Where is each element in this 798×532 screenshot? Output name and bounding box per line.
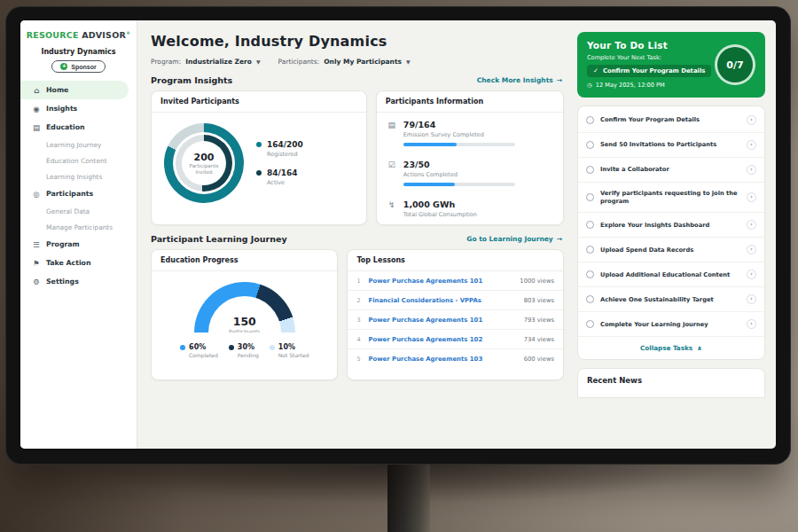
task-row-verify-participants[interactable]: Verify participants requesting to join t… xyxy=(578,183,764,213)
education-gauge-chart: 150 Participants xyxy=(194,282,295,332)
clock-icon: ◷ xyxy=(587,82,592,89)
task-checkbox[interactable] xyxy=(586,193,594,201)
background-photo: RESOURCE ADVISOR+ Industry Dynamics + Sp… xyxy=(0,0,798,532)
task-row-confirm-program[interactable]: Confirm Your Program Details › xyxy=(578,108,764,133)
energy-icon: ↯ xyxy=(387,200,396,209)
lesson-row[interactable]: 4 Power Purchase Agreements 102 734 view… xyxy=(348,330,563,349)
chevron-right-icon[interactable]: › xyxy=(747,270,756,279)
stat-global-consumption: ↯ 1,000 GWh Total Global Consumption xyxy=(377,192,563,224)
legend-item-completed: 60% Completed xyxy=(180,343,218,358)
participants-filter-label: Participants: xyxy=(278,58,320,66)
learning-cards-row: Education Progress 150 Participants xyxy=(151,249,564,380)
task-row-upload-educational-content[interactable]: Upload Additional Educational Content › xyxy=(578,262,764,287)
stat-emission-survey: ▤ 79/164 Emission Survey Completed xyxy=(377,113,563,153)
chevron-right-icon[interactable]: › xyxy=(747,192,756,202)
stat-actions-completed: ☑ 23/50 Actions Completed xyxy=(377,153,563,192)
todo-summary-card: Your To Do List Complete Your Next Task:… xyxy=(577,32,765,98)
check-icon: ✓ xyxy=(593,67,598,74)
insights-cards-row: Invited Participants 200 Participants In… xyxy=(151,90,564,225)
invited-donut-chart: 200 Participants Invited xyxy=(164,123,244,203)
arrow-right-icon: → xyxy=(557,235,562,243)
legend-dot xyxy=(256,170,262,176)
recent-news-card[interactable]: Recent News xyxy=(577,368,765,398)
legend-item-pending: 30% Pending xyxy=(229,343,259,358)
arrow-right-icon: → xyxy=(557,76,562,84)
donut-chart-area: 200 Participants Invited 164/200 Registe xyxy=(152,113,366,214)
task-checkbox[interactable] xyxy=(586,295,594,303)
task-checkbox[interactable] xyxy=(586,270,594,278)
task-row-invite-collaborator[interactable]: Invite a Collaborator › xyxy=(578,158,764,183)
lesson-row[interactable]: 1 Power Purchase Agreements 101 1000 vie… xyxy=(348,271,563,291)
program-icon: ☰ xyxy=(32,240,41,249)
org-name: Industry Dynamics xyxy=(20,48,137,56)
lesson-link[interactable]: Financial Considerations - VPPAs xyxy=(368,297,517,304)
sidebar-item-general-data[interactable]: General Data xyxy=(20,203,137,219)
task-checkbox[interactable] xyxy=(586,166,594,174)
sidebar-item-education[interactable]: ▤ Education xyxy=(20,118,137,137)
chevron-down-icon: ▼ xyxy=(406,59,411,65)
main-content: Welcome, Industry Dynamics Program: Indu… xyxy=(137,20,575,449)
sponsor-badge[interactable]: + Sponsor xyxy=(51,60,105,73)
filters-row: Program: Industrialize Zero ▼ Participan… xyxy=(151,58,564,66)
gear-icon: ⚙ xyxy=(32,278,41,286)
task-row-complete-learning-journey[interactable]: Complete Your Learning Journey › xyxy=(578,312,764,337)
sidebar-item-education-content[interactable]: Education Content xyxy=(20,153,137,168)
program-filter-dropdown[interactable]: Industrialize Zero ▼ xyxy=(185,58,260,66)
donut-center-label: 200 Participants Invited xyxy=(164,123,244,203)
lesson-link[interactable]: Power Purchase Agreements 101 xyxy=(368,278,513,285)
lesson-row[interactable]: 2 Financial Considerations - VPPAs 803 v… xyxy=(348,291,563,310)
legend-dot xyxy=(180,345,185,350)
chevron-right-icon[interactable]: › xyxy=(747,140,756,150)
top-lessons-card: Top Lessons 1 Power Purchase Agreements … xyxy=(347,249,564,380)
lesson-row[interactable]: 3 Power Purchase Agreements 101 793 view… xyxy=(348,310,563,330)
sidebar-item-manage-participants[interactable]: Manage Participants xyxy=(20,219,137,235)
chevron-right-icon[interactable]: › xyxy=(747,220,756,230)
page-title: Welcome, Industry Dynamics xyxy=(151,33,564,50)
sidebar-item-participants[interactable]: ◎ Participants xyxy=(20,184,137,203)
sidebar-item-insights[interactable]: ◉ Insights xyxy=(20,99,137,118)
sidebar-item-settings[interactable]: ⚙ Settings xyxy=(20,272,137,291)
chevron-right-icon[interactable]: › xyxy=(747,115,756,125)
sidebar-item-take-action[interactable]: ⚑ Take Action xyxy=(20,254,137,272)
task-checkbox[interactable] xyxy=(586,221,594,229)
section-title-learning-journey: Participant Learning Journey xyxy=(151,234,287,244)
sidebar-item-home[interactable]: ⌂ Home xyxy=(20,81,129,99)
chevron-right-icon[interactable]: › xyxy=(747,294,756,304)
task-checkbox[interactable] xyxy=(586,320,594,328)
check-more-insights-link[interactable]: Check More Insights → xyxy=(477,76,562,84)
chevron-right-icon[interactable]: › xyxy=(747,319,756,329)
lesson-link[interactable]: Power Purchase Agreements 101 xyxy=(368,317,517,324)
invited-participants-card: Invited Participants 200 Participants In… xyxy=(151,90,367,225)
lesson-row[interactable]: 5 Power Purchase Agreements 103 600 view… xyxy=(348,349,563,368)
todo-panel: Your To Do List Complete Your Next Task:… xyxy=(575,20,776,449)
lesson-link[interactable]: Power Purchase Agreements 102 xyxy=(368,336,517,343)
program-filter-label: Program: xyxy=(151,58,181,66)
task-row-send-invitations[interactable]: Send 50 Invitations to Participants › xyxy=(578,133,764,158)
task-row-upload-spend-data[interactable]: Upload Spend Data Records › xyxy=(578,238,764,262)
brand-plus: + xyxy=(126,29,130,35)
sidebar-item-learning-insights[interactable]: Learning Insights xyxy=(20,168,137,184)
task-row-explore-insights[interactable]: Explore Your Insights Dashboard › xyxy=(578,213,764,238)
task-row-achieve-target[interactable]: Achieve One Sustainability Target › xyxy=(578,287,764,312)
education-progress-card: Education Progress 150 Participants xyxy=(151,249,338,380)
next-task-pill[interactable]: ✓ Confirm Your Program Details xyxy=(587,65,711,77)
task-checkbox[interactable] xyxy=(586,141,594,149)
collapse-tasks-link[interactable]: Collapse Tasks ∧ xyxy=(578,337,764,359)
lesson-link[interactable]: Power Purchase Agreements 103 xyxy=(368,356,517,363)
card-title: Education Progress xyxy=(152,250,337,271)
sidebar-item-learning-journey[interactable]: Learning Journey xyxy=(20,137,137,153)
brand-name-primary: RESOURCE xyxy=(27,30,79,40)
participants-filter-dropdown[interactable]: Only My Participants ▼ xyxy=(324,58,410,66)
chevron-right-icon[interactable]: › xyxy=(747,165,756,175)
sidebar-item-program[interactable]: ☰ Program xyxy=(20,235,137,254)
todo-task-list: Confirm Your Program Details › Send 50 I… xyxy=(577,106,765,360)
learning-journey-header: Participant Learning Journey Go to Learn… xyxy=(151,234,562,244)
task-checkbox[interactable] xyxy=(586,116,594,124)
legend-item-active: 84/164 Active xyxy=(256,168,303,186)
task-checkbox[interactable] xyxy=(586,246,594,254)
chevron-right-icon[interactable]: › xyxy=(747,245,756,254)
go-to-learning-journey-link[interactable]: Go to Learning Journey → xyxy=(466,235,562,243)
monitor-bezel: RESOURCE ADVISOR+ Industry Dynamics + Sp… xyxy=(5,6,791,465)
program-insights-header: Program Insights Check More Insights → xyxy=(151,75,562,85)
education-icon: ▤ xyxy=(32,123,41,132)
